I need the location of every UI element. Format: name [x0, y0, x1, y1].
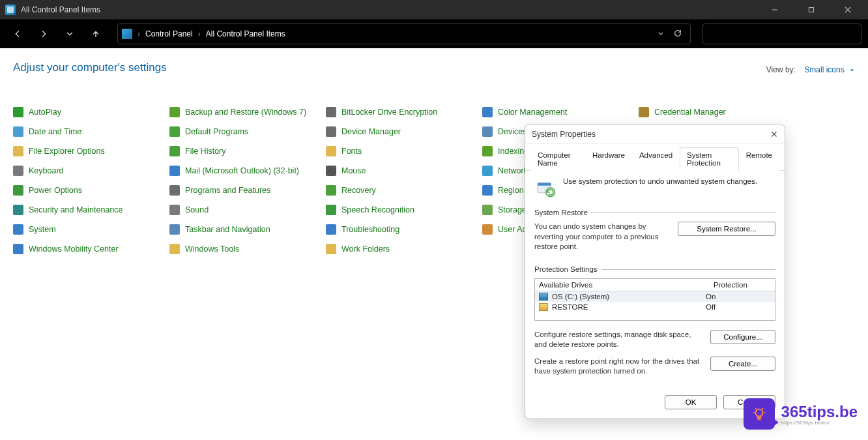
item-label: Keyboard	[29, 166, 64, 175]
control-panel-item[interactable]: Credential Manager	[639, 106, 795, 119]
tab-hardware[interactable]: Hardware	[585, 147, 632, 171]
control-panel-item[interactable]: Backup and Restore (Windows 7)	[169, 106, 326, 119]
address-bar[interactable]: › Control Panel › All Control Panel Item…	[117, 23, 691, 44]
item-label: Color Management	[498, 108, 567, 117]
dialog-close-button[interactable]: ✕	[770, 129, 778, 139]
control-panel-item[interactable]: Date and Time	[13, 125, 169, 138]
control-panel-item[interactable]: BitLocker Drive Encryption	[326, 106, 482, 119]
lightbulb-icon	[744, 398, 775, 430]
item-label: Windows Mobility Center	[29, 244, 119, 254]
drive-row[interactable]: OS (C:) (System)On	[535, 291, 775, 302]
system-protection-icon	[534, 177, 557, 199]
control-panel-item[interactable]: Windows Mobility Center	[13, 242, 169, 256]
group-system-restore: System Restore	[534, 209, 775, 216]
item-icon	[326, 126, 336, 137]
chevron-right-icon[interactable]: ›	[195, 29, 203, 38]
create-text: Create a restore point right now for the…	[534, 357, 702, 377]
item-label: File History	[185, 147, 226, 156]
create-button[interactable]: Create...	[710, 357, 775, 371]
drive-protection: Off	[706, 303, 771, 311]
address-dropdown[interactable]	[655, 29, 667, 38]
drives-table: Available Drives Protection OS (C:) (Sys…	[534, 278, 775, 321]
item-icon	[326, 224, 336, 235]
control-panel-item[interactable]: Sound	[169, 203, 326, 216]
control-panel-item[interactable]: Power Options	[13, 184, 169, 197]
item-icon	[169, 126, 180, 137]
address-bar-icon	[122, 29, 132, 39]
breadcrumb-current[interactable]: All Control Panel Items	[206, 29, 285, 38]
control-panel-item[interactable]: Device Manager	[326, 125, 482, 138]
tab-system-protection[interactable]: System Protection	[680, 147, 739, 171]
control-panel-item[interactable]: Mouse	[326, 164, 482, 177]
control-panel-item[interactable]: Work Folders	[326, 242, 482, 256]
control-panel-item[interactable]: AutoPlay	[13, 106, 169, 119]
item-icon	[169, 224, 180, 235]
item-icon	[13, 185, 23, 196]
item-label: Device Manager	[341, 127, 401, 136]
explorer-toolbar: › Control Panel › All Control Panel Item…	[0, 20, 868, 48]
control-panel-item[interactable]: Taskbar and Navigation	[169, 223, 326, 236]
chevron-right-icon[interactable]: ›	[135, 29, 143, 38]
tab-advanced[interactable]: Advanced	[632, 147, 680, 171]
up-button[interactable]	[85, 23, 107, 44]
item-icon	[482, 224, 493, 235]
minimize-button[interactable]	[760, 0, 790, 20]
control-panel-item[interactable]: Mail (Microsoft Outlook) (32-bit)	[169, 164, 326, 177]
drive-row[interactable]: RESTOREOff	[535, 302, 775, 312]
control-panel-icon	[5, 5, 16, 15]
item-label: AutoPlay	[29, 108, 61, 117]
control-panel-item[interactable]: Speech Recognition	[326, 203, 482, 216]
recent-locations-button[interactable]	[59, 23, 81, 44]
item-icon	[326, 107, 336, 117]
item-label: Region	[498, 186, 524, 195]
control-panel-item[interactable]: File History	[169, 145, 326, 158]
control-panel-item[interactable]: Color Management	[482, 106, 639, 119]
intro-text: Use system protection to undo unwanted s…	[563, 177, 757, 185]
item-icon	[482, 185, 493, 196]
close-button[interactable]	[833, 0, 863, 20]
item-label: Troubleshooting	[341, 225, 399, 234]
breadcrumb-root[interactable]: Control Panel	[145, 29, 193, 38]
window-titlebar: All Control Panel Items	[0, 0, 868, 20]
item-label: Default Programs	[185, 127, 248, 136]
back-button[interactable]	[7, 23, 29, 44]
drive-name: OS (C:) (System)	[552, 293, 609, 301]
maximize-button[interactable]	[796, 0, 826, 20]
item-label: System	[29, 225, 56, 234]
item-icon	[639, 107, 649, 117]
control-panel-item[interactable]: Troubleshooting	[326, 223, 482, 236]
control-panel-item[interactable]: Recovery	[326, 184, 482, 197]
item-icon	[482, 107, 493, 117]
tab-computer-name[interactable]: Computer Name	[530, 147, 585, 171]
refresh-button[interactable]	[669, 29, 686, 40]
item-label: Programs and Features	[185, 186, 270, 195]
control-panel-item[interactable]: System	[13, 223, 169, 236]
item-label: Speech Recognition	[341, 205, 414, 214]
viewby-dropdown[interactable]: Small icons	[804, 65, 855, 74]
item-icon	[169, 166, 180, 176]
item-icon	[169, 107, 180, 117]
search-input[interactable]	[702, 23, 861, 44]
forward-button[interactable]	[33, 23, 55, 44]
control-panel-item[interactable]: Fonts	[326, 145, 482, 158]
item-icon	[326, 205, 336, 215]
system-restore-button[interactable]: System Restore...	[678, 222, 775, 236]
control-panel-item[interactable]: Security and Maintenance	[13, 203, 169, 216]
control-panel-item[interactable]: Keyboard	[13, 164, 169, 177]
control-panel-item[interactable]: Default Programs	[169, 125, 326, 138]
tab-remote[interactable]: Remote	[739, 147, 779, 171]
control-panel-item[interactable]: Windows Tools	[169, 242, 326, 256]
configure-button[interactable]: Configure...	[710, 330, 775, 344]
control-panel-item[interactable]: Programs and Features	[169, 184, 326, 197]
item-label: Mail (Microsoft Outlook) (32-bit)	[185, 166, 299, 175]
item-label: Sound	[185, 205, 209, 214]
folder-icon	[539, 303, 548, 311]
item-label: Power Options	[29, 186, 82, 195]
dialog-tabs: Computer Name Hardware Advanced System P…	[525, 144, 785, 171]
ok-button[interactable]: OK	[665, 395, 717, 409]
control-panel-item[interactable]: File Explorer Options	[13, 145, 169, 158]
item-label: Mouse	[341, 166, 366, 175]
item-label: Backup and Restore (Windows 7)	[185, 108, 306, 117]
drives-header-name: Available Drives	[535, 279, 710, 291]
item-label: Work Folders	[341, 244, 390, 254]
